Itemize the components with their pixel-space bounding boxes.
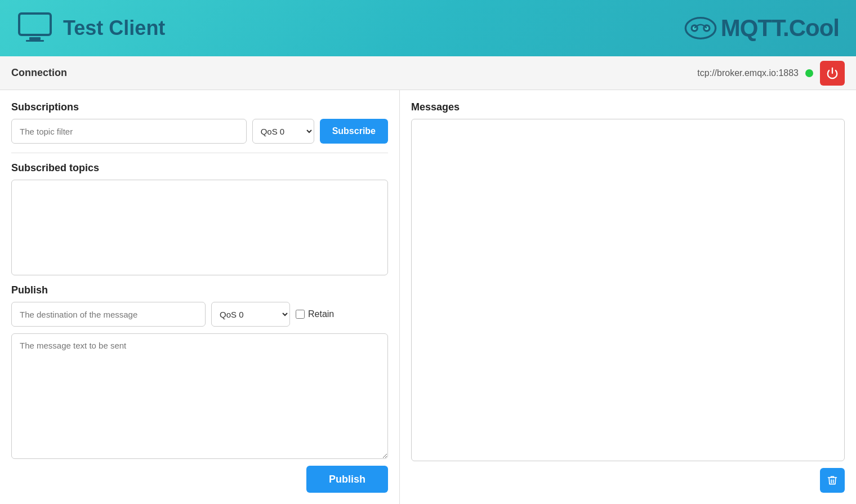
messages-title: Messages (411, 101, 845, 113)
svg-point-3 (685, 18, 715, 39)
svg-rect-2 (26, 40, 44, 42)
subscribed-topics-title: Subscribed topics (11, 162, 388, 174)
right-panel: Messages (400, 90, 856, 504)
app-title: Test Client (63, 16, 165, 40)
messages-box[interactable] (411, 119, 845, 461)
power-button[interactable] (820, 61, 845, 86)
logo-light: .Cool (783, 15, 839, 41)
connection-url: tcp://broker.emqx.io:1883 (697, 68, 799, 78)
destination-input[interactable] (11, 302, 206, 327)
main-content: Subscriptions QoS 0 QoS 1 QoS 2 Subscrib… (0, 90, 856, 504)
delete-messages-button[interactable] (820, 468, 845, 493)
brand-logo: MQTT.Cool (684, 14, 839, 42)
left-panel: Subscriptions QoS 0 QoS 1 QoS 2 Subscrib… (0, 90, 400, 504)
logo-text: MQTT.Cool (721, 15, 839, 42)
publish-footer: Publish (11, 466, 388, 493)
publish-row: QoS 0 QoS 1 QoS 2 Retain (11, 302, 388, 327)
subscriptions-title: Subscriptions (11, 101, 388, 113)
qos-subscribe-select[interactable]: QoS 0 QoS 1 QoS 2 (252, 119, 314, 144)
publish-title: Publish (11, 284, 388, 296)
trash-icon (827, 475, 838, 486)
subscriptions-section: Subscriptions QoS 0 QoS 1 QoS 2 Subscrib… (11, 101, 388, 153)
logo-bold: MQTT (721, 15, 783, 41)
header-left: Test Client (17, 9, 165, 47)
app-header: Test Client MQTT.Cool (0, 0, 856, 56)
subscribed-topics-section: Subscribed topics (11, 162, 388, 275)
retain-label[interactable]: Retain (296, 309, 334, 319)
publish-button[interactable]: Publish (306, 466, 388, 493)
connection-right: tcp://broker.emqx.io:1883 (697, 61, 845, 86)
connection-status-dot (805, 69, 813, 77)
subscribe-row: QoS 0 QoS 1 QoS 2 Subscribe (11, 119, 388, 144)
subscribed-topics-box[interactable] (11, 180, 388, 275)
mqtt-cool-icon (684, 14, 717, 42)
power-icon (826, 67, 839, 79)
retain-text: Retain (308, 309, 334, 319)
connection-label: Connection (11, 67, 67, 79)
svg-rect-1 (29, 37, 41, 40)
messages-footer (411, 468, 845, 493)
publish-section: Publish QoS 0 QoS 1 QoS 2 Retain Publish (11, 284, 388, 493)
monitor-icon (17, 9, 53, 47)
retain-checkbox[interactable] (296, 310, 305, 319)
connection-bar: Connection tcp://broker.emqx.io:1883 (0, 56, 856, 90)
subscribe-button[interactable]: Subscribe (320, 119, 388, 144)
qos-publish-select[interactable]: QoS 0 QoS 1 QoS 2 (211, 302, 290, 327)
topic-filter-input[interactable] (11, 119, 247, 144)
message-textarea[interactable] (11, 333, 388, 459)
messages-section: Messages (411, 101, 845, 493)
svg-rect-0 (19, 14, 51, 35)
